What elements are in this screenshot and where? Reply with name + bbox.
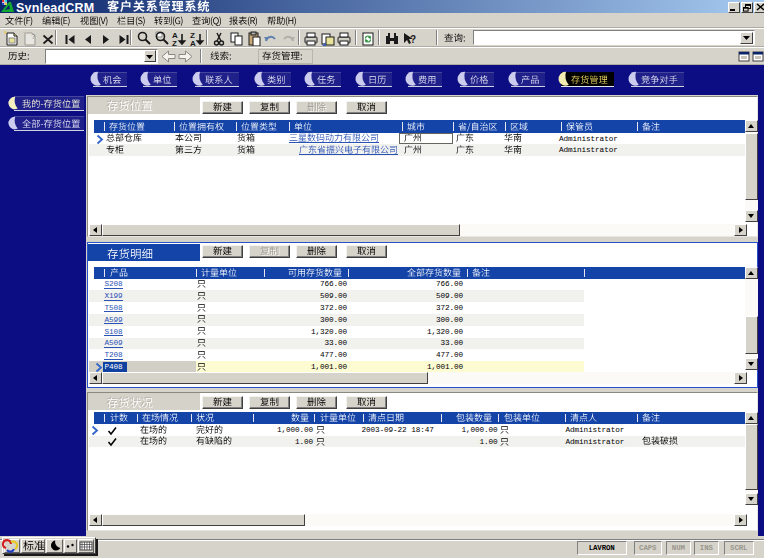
svg-text:?: ? [31, 32, 36, 41]
svg-text:?: ? [410, 34, 416, 45]
